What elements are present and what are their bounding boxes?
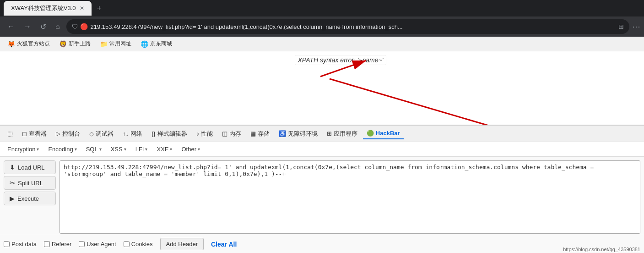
devtools-panel: ⬚ ◻ 查看器 ▷ 控制台 ◇ 调试器 ↑↓ 网络 {} 样式编辑器 ♪ 性能 … bbox=[0, 125, 644, 253]
hackbar-menubar: Encryption ▾ Encoding ▾ SQL ▾ XSS ▾ LFI … bbox=[0, 142, 644, 157]
add-header-button[interactable]: Add Header bbox=[160, 238, 204, 250]
post-data-checkbox[interactable] bbox=[4, 241, 10, 247]
hackbar-input-area: http://219.153.49.228:47994/new_list.php… bbox=[60, 157, 644, 234]
tab-close-icon[interactable]: ✕ bbox=[80, 5, 84, 11]
devtools-tab-accessibility[interactable]: ♿ 无障碍环境 bbox=[275, 128, 321, 140]
bookmark-label-jingdong: 京东商城 bbox=[150, 40, 172, 48]
browser-titlebar: XWAY科技管理系统V3.0 ✕ + bbox=[0, 0, 644, 16]
storage-label: 存储 bbox=[258, 130, 270, 138]
execute-label: Execute bbox=[17, 195, 39, 202]
execute-icon: ▶ bbox=[10, 195, 15, 202]
user-agent-checkbox[interactable] bbox=[79, 241, 85, 247]
load-url-icon: ⬇ bbox=[10, 164, 15, 171]
encryption-dropdown-arrow: ▾ bbox=[37, 147, 39, 152]
bookmark-xinshoushanglv[interactable]: 🦁 新手上路 bbox=[55, 38, 94, 50]
user-agent-checkbox-item[interactable]: User Agent bbox=[79, 241, 116, 248]
menu-encoding[interactable]: Encoding ▾ bbox=[44, 144, 80, 154]
memory-label: 内存 bbox=[229, 130, 241, 138]
storage-icon: ▦ bbox=[250, 130, 256, 137]
hackbar-area: Encryption ▾ Encoding ▾ SQL ▾ XSS ▾ LFI … bbox=[0, 142, 644, 253]
address-text: 219.153.49.228:47994/new_list.php?id= 1'… bbox=[91, 23, 616, 30]
bookmarks-bar: 🦊 火狐官方站点 🦁 新手上路 📁 常用网址 🌐 京东商城 bbox=[0, 37, 644, 51]
active-tab[interactable]: XWAY科技管理系统V3.0 ✕ bbox=[4, 1, 92, 16]
other-dropdown-arrow: ▾ bbox=[198, 147, 200, 152]
devtools-tab-viewer[interactable]: ◻ 查看器 bbox=[18, 128, 50, 140]
split-url-button[interactable]: ✂ Split URL bbox=[4, 176, 56, 190]
devtools-tab-perf[interactable]: ♪ 性能 bbox=[193, 128, 217, 140]
devtools-tab-style[interactable]: {} 样式编辑器 bbox=[148, 128, 191, 140]
clear-all-button[interactable]: Clear All bbox=[211, 241, 237, 248]
sql-dropdown-arrow: ▾ bbox=[99, 147, 102, 152]
menu-encryption[interactable]: Encryption ▾ bbox=[4, 144, 43, 154]
encryption-label: Encryption bbox=[7, 146, 35, 153]
address-box[interactable]: 🛡 🔴 219.153.49.228:47994/new_list.php?id… bbox=[66, 19, 629, 34]
xxe-dropdown-arrow: ▾ bbox=[170, 147, 172, 152]
menu-xxe[interactable]: XXE ▾ bbox=[153, 144, 176, 154]
menu-other[interactable]: Other ▾ bbox=[178, 144, 204, 154]
devtools-inspector-icon[interactable]: ⬚ bbox=[4, 128, 16, 139]
devtools-tab-memory[interactable]: ◫ 内存 bbox=[218, 128, 245, 140]
xss-dropdown-arrow: ▾ bbox=[124, 147, 126, 152]
post-data-checkbox-item[interactable]: Post data bbox=[4, 241, 37, 248]
cookies-checkbox-item[interactable]: Cookies bbox=[124, 241, 153, 248]
new-tab-button[interactable]: + bbox=[93, 2, 106, 15]
network-label: 网络 bbox=[130, 130, 142, 138]
menu-xss[interactable]: XSS ▾ bbox=[107, 144, 130, 154]
bookmark-changyong[interactable]: 📁 常用网址 bbox=[96, 38, 135, 50]
devtools-tab-network[interactable]: ↑↓ 网络 bbox=[119, 128, 146, 140]
execute-button[interactable]: ▶ Execute bbox=[4, 192, 56, 205]
bookmark-label-xinshoushanglv: 新手上路 bbox=[69, 40, 91, 48]
reload-button[interactable]: ↺ bbox=[37, 21, 50, 33]
sql-label: SQL bbox=[86, 146, 98, 153]
security-icon: 🛡 🔴 bbox=[72, 23, 88, 30]
hackbar-icon: 🟢 bbox=[367, 130, 374, 137]
perf-label: 性能 bbox=[201, 130, 213, 138]
debugger-icon: ◇ bbox=[89, 130, 94, 137]
bookmark-label-huhu: 火狐官方站点 bbox=[17, 40, 50, 48]
appmanager-label: 应用程序 bbox=[334, 130, 357, 138]
inspector-cursor-icon: ⬚ bbox=[7, 130, 13, 137]
lfi-dropdown-arrow: ▾ bbox=[145, 147, 147, 152]
referer-checkbox-item[interactable]: Referer bbox=[44, 241, 71, 248]
devtools-tab-hackbar[interactable]: 🟢 HackBar bbox=[363, 128, 403, 139]
grid-icon: ⊞ bbox=[618, 23, 624, 30]
load-url-label: Load URL bbox=[18, 164, 45, 171]
encoding-label: Encoding bbox=[48, 146, 73, 153]
menu-sql[interactable]: SQL ▾ bbox=[82, 144, 105, 154]
style-label: 样式编辑器 bbox=[157, 130, 187, 138]
cookies-checkbox[interactable] bbox=[124, 241, 130, 247]
forward-button[interactable]: → bbox=[20, 21, 35, 33]
split-url-label: Split URL bbox=[18, 180, 43, 187]
home-button[interactable]: ⌂ bbox=[52, 21, 64, 33]
devtools-tab-storage[interactable]: ▦ 存储 bbox=[247, 128, 273, 140]
address-bar-row: ← → ↺ ⌂ 🛡 🔴 219.153.49.228:47994/new_lis… bbox=[0, 16, 644, 37]
bookmark-icon-xinshoushanglv: 🦁 bbox=[59, 40, 67, 48]
accessibility-label: 无障碍环境 bbox=[288, 130, 318, 138]
user-agent-label: User Agent bbox=[87, 241, 116, 248]
url-input[interactable]: http://219.153.49.228:47994/new_list.php… bbox=[60, 160, 640, 234]
devtools-tab-console[interactable]: ▷ 控制台 bbox=[52, 128, 84, 140]
hackbar-label: HackBar bbox=[376, 130, 400, 137]
xpath-annotation: XPATH syntax error: '~name~' bbox=[295, 56, 387, 64]
perf-icon: ♪ bbox=[196, 130, 200, 137]
referer-checkbox[interactable] bbox=[44, 241, 50, 247]
xpath-error-text: XPATH syntax error: '~name~' bbox=[295, 55, 387, 65]
hackbar-options: Post data Referer User Agent Cookies Add… bbox=[0, 234, 644, 253]
console-icon: ▷ bbox=[56, 130, 60, 137]
browser-menu-button[interactable]: ⋯ bbox=[632, 22, 640, 32]
split-url-icon: ✂ bbox=[10, 179, 15, 187]
xss-label: XSS bbox=[111, 146, 123, 153]
tab-title: XWAY科技管理系统V3.0 bbox=[11, 4, 76, 12]
bookmark-jingdong[interactable]: 🌐 京东商城 bbox=[137, 38, 176, 50]
devtools-tab-appmanager[interactable]: ⊞ 应用程序 bbox=[323, 128, 361, 140]
devtools-toolbar: ⬚ ◻ 查看器 ▷ 控制台 ◇ 调试器 ↑↓ 网络 {} 样式编辑器 ♪ 性能 … bbox=[0, 126, 644, 142]
bookmark-huhu[interactable]: 🦊 火狐官方站点 bbox=[4, 38, 54, 50]
menu-lfi[interactable]: LFI ▾ bbox=[132, 144, 152, 154]
back-button[interactable]: ← bbox=[4, 21, 18, 33]
url-hint: https://blog.csdn.net/qq_43590381 bbox=[563, 247, 640, 252]
style-icon: {} bbox=[152, 130, 156, 137]
devtools-tab-debugger[interactable]: ◇ 调试器 bbox=[86, 128, 117, 140]
cookies-label: Cookies bbox=[131, 241, 153, 248]
load-url-button[interactable]: ⬇ Load URL bbox=[4, 160, 56, 174]
memory-icon: ◫ bbox=[222, 130, 227, 137]
